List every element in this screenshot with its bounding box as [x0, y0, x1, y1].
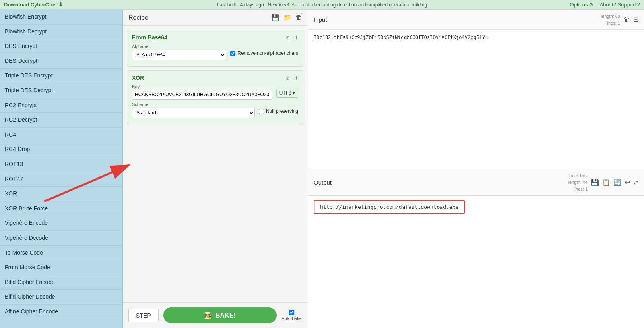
sidebar-item[interactable]: Blowfish Decrypt — [0, 25, 122, 39]
recipe-folder-icon[interactable]: 📁 — [283, 14, 291, 21]
op-pause-icon[interactable]: ⏸ — [293, 35, 298, 41]
op-xor-key-input[interactable] — [132, 90, 272, 100]
sidebar-item[interactable]: RC4 Drop — [0, 142, 122, 157]
input-text[interactable]: IDc1O2ltbFs9KCc9JjZbPi5DNSZiNicqbC00ITQs… — [308, 30, 644, 169]
topbar-right: Options ⚙ About / Support ? — [570, 2, 640, 8]
op-from-base64-icons: ⊘ ⏸ — [285, 35, 298, 41]
output-header-icons: time: 1ms length: 44 lines: 1 💾 📋 🔄 ↩ ⤢ — [568, 172, 638, 193]
op-xor-scheme-label: Scheme — [132, 102, 255, 107]
sidebar-item[interactable]: DES Decrypt — [0, 54, 122, 69]
recipe-panel: Recipe 💾 📁 🗑 From Base64 ⊘ ⏸ — [123, 10, 308, 328]
op-alphabet-select[interactable]: A-Za-z0-9+/= — [132, 50, 226, 60]
op-null-preserving-text: Null preserving — [266, 108, 298, 114]
input-value: IDc1O2ltbFs9KCc9JjZbPi5DNSZiNicqbC00ITQs… — [314, 35, 488, 40]
op-from-base64-title: From Base64 — [132, 34, 167, 41]
options-link[interactable]: Options ⚙ — [570, 2, 594, 8]
op-remove-nonalpha-label[interactable]: Remove non-alphabet chars — [230, 50, 298, 56]
sidebar-item[interactable]: Bifid Cipher Decode — [0, 290, 122, 305]
op-alphabet-label: Alphabet — [132, 44, 226, 49]
output-meta: time: 1ms length: 44 lines: 1 — [568, 172, 588, 193]
input-panel: Input length: 60 lines: 1 🗑 ⊞ IDc1O2ltbF… — [308, 10, 644, 169]
output-meta-lines: lines: 1 — [568, 186, 588, 193]
sidebar-item[interactable]: Triple DES Encrypt — [0, 69, 122, 83]
sidebar-item[interactable]: XOR — [0, 187, 122, 201]
input-header: Input length: 60 lines: 1 🗑 ⊞ — [308, 10, 644, 30]
op-xor-key-field: Key — [132, 84, 272, 100]
op-xor-pause-icon[interactable]: ⏸ — [293, 75, 298, 81]
download-label: Download CyberChef — [4, 2, 57, 8]
sidebar-item[interactable]: To Morse Code — [0, 246, 122, 261]
auto-bake-wrap: Auto Bake — [281, 310, 302, 321]
op-xor-key-row: Key UTF8 ▾ — [132, 84, 298, 102]
op-xor-scheme-select[interactable]: Standard — [132, 108, 255, 118]
op-xor-key-label: Key — [132, 84, 272, 89]
op-card-from-base64-header: From Base64 ⊘ ⏸ — [132, 34, 298, 41]
sidebar-item[interactable]: RC2 Decrypt — [0, 113, 122, 128]
output-copy-icon[interactable]: 📋 — [602, 179, 610, 186]
sidebar: Blowfish EncryptBlowfish DecryptDES Encr… — [0, 10, 123, 328]
op-xor-encoding-badge[interactable]: UTF8 ▾ — [276, 89, 298, 98]
recipe-header-icons: 💾 📁 🗑 — [271, 14, 302, 21]
op-remove-nonalpha-checkbox[interactable] — [230, 51, 235, 56]
sidebar-item[interactable]: DES Encrypt — [0, 39, 122, 54]
sidebar-item[interactable]: From Morse Code — [0, 260, 122, 275]
op-alphabet-field: Alphabet A-Za-z0-9+/= — [132, 44, 226, 60]
output-meta-length: length: 44 — [568, 179, 588, 186]
output-title: Output — [314, 179, 332, 186]
sidebar-item[interactable]: Vigenère Encode — [0, 216, 122, 231]
io-section: Input length: 60 lines: 1 🗑 ⊞ IDc1O2ltbF… — [308, 10, 644, 328]
auto-bake-label: Auto Bake — [281, 316, 302, 321]
recipe-title: Recipe — [128, 14, 149, 21]
auto-bake-checkbox[interactable] — [289, 310, 294, 315]
sidebar-item[interactable]: Affine Cipher Encode — [0, 305, 122, 320]
sidebar-item[interactable]: RC4 — [0, 128, 122, 143]
op-card-xor: XOR ⊘ ⏸ Key UTF8 ▾ Scheme — [127, 70, 303, 125]
op-disable-icon[interactable]: ⊘ — [285, 35, 290, 41]
sidebar-item[interactable]: Vigenère Decode — [0, 231, 122, 246]
op-xor-scheme-field: Scheme Standard — [132, 102, 255, 118]
op-card-from-base64: From Base64 ⊘ ⏸ Alphabet A-Za-z0-9+/= — [127, 30, 303, 67]
output-value: http://imarketingpro.com/dafaultdownload… — [314, 200, 465, 214]
sidebar-item[interactable]: XOR Brute Force — [0, 201, 122, 216]
op-xor-disable-icon[interactable]: ⊘ — [285, 75, 290, 81]
input-meta-lines: lines: 1 — [601, 20, 620, 27]
recipe-save-icon[interactable]: 💾 — [271, 14, 279, 21]
input-meta: length: 60 lines: 1 — [601, 13, 620, 26]
output-header: Output time: 1ms length: 44 lines: 1 💾 📋… — [308, 169, 644, 196]
output-content: http://imarketingpro.com/dafaultdownload… — [308, 196, 644, 328]
download-link[interactable]: Download CyberChef ⬇ — [4, 2, 63, 8]
op-xor-title: XOR — [132, 75, 144, 81]
op-remove-nonalpha-text: Remove non-alphabet chars — [237, 50, 298, 56]
output-save-icon[interactable]: 💾 — [591, 179, 599, 186]
op-xor-icons: ⊘ ⏸ — [285, 75, 298, 81]
about-icon: ? — [637, 2, 640, 8]
output-expand-icon[interactable]: ⤢ — [633, 179, 638, 186]
recipe-trash-icon[interactable]: 🗑 — [295, 14, 302, 21]
about-label: About / Support — [599, 2, 636, 8]
sidebar-item[interactable]: Triple DES Decrypt — [0, 83, 122, 98]
op-null-preserving-label[interactable]: Null preserving — [259, 108, 298, 114]
options-icon: ⚙ — [589, 2, 594, 8]
sidebar-item[interactable]: RC2 Encrypt — [0, 98, 122, 113]
sidebar-item[interactable]: Bifid Cipher Encode — [0, 275, 122, 290]
input-grid-icon[interactable]: ⊞ — [633, 16, 638, 23]
recipe-header: Recipe 💾 📁 🗑 — [123, 10, 308, 26]
op-null-preserving-checkbox[interactable] — [259, 109, 264, 114]
topbar: Download CyberChef ⬇ Last build: 4 days … — [0, 0, 644, 10]
output-panel: Output time: 1ms length: 44 lines: 1 💾 📋… — [308, 169, 644, 328]
output-undo-icon[interactable]: ↩ — [625, 179, 630, 186]
main-layout: Blowfish EncryptBlowfish DecryptDES Encr… — [0, 10, 644, 328]
sidebar-item[interactable]: ROT13 — [0, 157, 122, 172]
input-meta-length: length: 60 — [601, 13, 620, 20]
sidebar-item[interactable]: Blowfish Encrypt — [0, 10, 122, 25]
about-link[interactable]: About / Support ? — [599, 2, 640, 8]
sidebar-item[interactable]: ROT47 — [0, 172, 122, 187]
download-icon: ⬇ — [58, 2, 63, 8]
op-xor-scheme-row: Scheme Standard Null preserving — [132, 102, 298, 120]
bake-label: BAKE! — [215, 312, 236, 319]
output-refresh-icon[interactable]: 🔄 — [613, 179, 621, 186]
input-clear-icon[interactable]: 🗑 — [623, 16, 630, 23]
input-header-icons: length: 60 lines: 1 🗑 ⊞ — [601, 13, 638, 26]
step-button[interactable]: STEP — [128, 309, 159, 322]
bake-button[interactable]: 🧑‍🍳 BAKE! — [163, 307, 277, 323]
